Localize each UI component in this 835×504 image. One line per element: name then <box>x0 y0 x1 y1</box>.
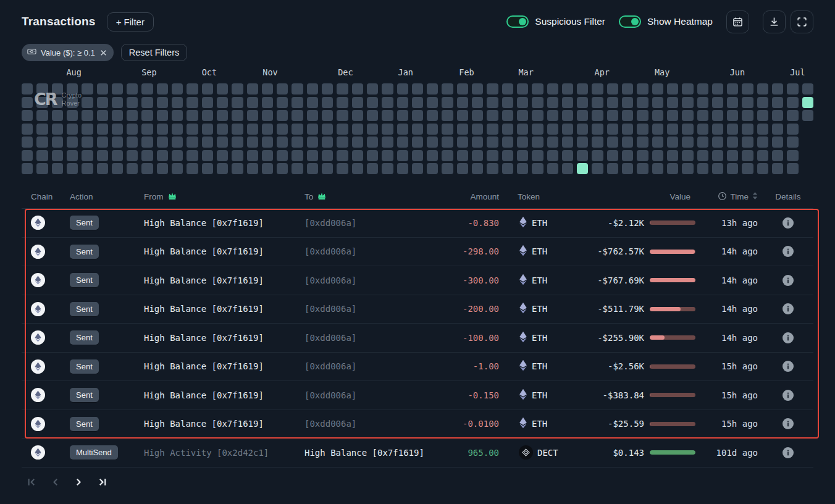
heatmap-cell[interactable] <box>697 83 708 94</box>
heatmap-cell[interactable] <box>36 163 48 174</box>
heatmap-cell[interactable] <box>397 110 408 121</box>
download-button[interactable] <box>763 10 786 33</box>
next-page-button[interactable] <box>72 476 85 489</box>
heatmap-cell[interactable] <box>157 110 168 121</box>
heatmap-cell[interactable] <box>442 150 453 161</box>
heatmap-cell[interactable] <box>217 124 228 135</box>
cell-to[interactable]: [0xdd006a] <box>300 275 429 285</box>
heatmap-cell[interactable] <box>307 110 318 121</box>
heatmap-cell[interactable] <box>412 150 423 161</box>
heatmap-cell[interactable] <box>742 83 753 94</box>
heatmap-cell[interactable] <box>82 150 93 161</box>
heatmap-cell[interactable] <box>682 136 693 148</box>
heatmap-cell[interactable] <box>97 124 108 135</box>
heatmap-cell[interactable] <box>427 97 438 108</box>
heatmap-cell[interactable] <box>67 163 78 174</box>
heatmap-cell[interactable] <box>52 110 63 121</box>
heatmap-cell[interactable] <box>562 124 573 135</box>
cell-from[interactable]: High Activity [0x2d42c1] <box>139 448 300 458</box>
heatmap-cell[interactable] <box>457 110 468 121</box>
heatmap-cell[interactable] <box>22 83 33 94</box>
heatmap-cell[interactable] <box>547 136 558 148</box>
heatmap-cell[interactable] <box>442 163 453 174</box>
heatmap-cell[interactable] <box>322 83 333 94</box>
heatmap-cell[interactable] <box>427 136 438 148</box>
details-info-icon[interactable] <box>783 361 794 372</box>
heatmap-cell[interactable] <box>577 110 588 121</box>
show-heatmap-toggle[interactable]: Show Heatmap <box>619 15 713 28</box>
heatmap-cell[interactable] <box>652 110 663 121</box>
heatmap-cell[interactable] <box>67 150 78 161</box>
heatmap-cell[interactable] <box>36 97 48 108</box>
heatmap-cell[interactable] <box>67 83 78 94</box>
heatmap-cell[interactable] <box>742 150 753 161</box>
heatmap-cell[interactable] <box>802 110 813 121</box>
heatmap-cell[interactable] <box>502 110 513 121</box>
heatmap-cell[interactable] <box>232 163 243 174</box>
heatmap-cell[interactable] <box>787 163 798 174</box>
heatmap-cell[interactable] <box>322 124 333 135</box>
heatmap-cell[interactable] <box>727 110 738 121</box>
heatmap-cell[interactable] <box>262 136 273 148</box>
heatmap-cell[interactable] <box>562 97 573 108</box>
details-info-icon[interactable] <box>783 275 794 286</box>
heatmap-cell[interactable] <box>502 136 513 148</box>
heatmap-cell[interactable] <box>562 110 573 121</box>
cell-from[interactable]: High Balance [0x7f1619] <box>139 333 300 343</box>
heatmap-cell[interactable] <box>67 136 78 148</box>
table-row[interactable]: SentHigh Balance [0x7f1619][0xdd006a]-20… <box>22 295 813 324</box>
heatmap-cell[interactable] <box>157 83 168 94</box>
heatmap-cell[interactable] <box>787 124 798 135</box>
heatmap-cell[interactable] <box>592 163 603 174</box>
heatmap-cell[interactable] <box>442 124 453 135</box>
previous-page-button[interactable] <box>49 476 62 489</box>
heatmap-cell[interactable] <box>787 110 798 121</box>
heatmap-cell[interactable] <box>247 163 258 174</box>
heatmap-cell[interactable] <box>337 110 348 121</box>
ethereum-chain-icon[interactable] <box>31 273 45 287</box>
heatmap-cell[interactable] <box>517 136 528 148</box>
header-amount[interactable]: Amount <box>429 192 504 201</box>
heatmap-cell[interactable] <box>22 124 33 135</box>
heatmap-cell[interactable] <box>337 124 348 135</box>
heatmap-cell[interactable] <box>622 150 633 161</box>
heatmap-cell[interactable] <box>637 110 648 121</box>
heatmap-cell[interactable] <box>712 110 723 121</box>
heatmap-cell-active[interactable] <box>577 163 588 174</box>
heatmap-cell[interactable] <box>112 163 123 174</box>
add-filter-button[interactable]: + Filter <box>107 12 154 32</box>
heatmap-cell[interactable] <box>742 97 753 108</box>
heatmap-cell[interactable] <box>322 136 333 148</box>
heatmap-cell[interactable] <box>487 110 498 121</box>
heatmap-cell[interactable] <box>622 136 633 148</box>
heatmap-cell[interactable] <box>307 150 318 161</box>
heatmap-cell[interactable] <box>307 136 318 148</box>
heatmap-cell[interactable] <box>262 124 273 135</box>
heatmap-cell[interactable] <box>367 124 378 135</box>
heatmap-cell[interactable] <box>36 136 48 148</box>
heatmap-cell[interactable] <box>607 163 618 174</box>
remove-filter-icon[interactable] <box>99 49 107 57</box>
heatmap-cell[interactable] <box>172 163 183 174</box>
heatmap-cell[interactable] <box>217 83 228 94</box>
cell-to[interactable]: [0xdd006a] <box>300 361 429 371</box>
heatmap-cell[interactable] <box>127 163 138 174</box>
heatmap-cell[interactable] <box>517 163 528 174</box>
cell-to[interactable]: [0xdd006a] <box>300 419 429 429</box>
heatmap-cell[interactable] <box>202 150 213 161</box>
heatmap-cell[interactable] <box>517 97 528 108</box>
heatmap-cell[interactable] <box>757 124 768 135</box>
heatmap-cell[interactable] <box>532 110 543 121</box>
heatmap-cell[interactable] <box>562 150 573 161</box>
heatmap-cell[interactable] <box>141 136 153 148</box>
heatmap-cell[interactable] <box>322 97 333 108</box>
heatmap-cell[interactable] <box>727 150 738 161</box>
heatmap-cell[interactable] <box>487 136 498 148</box>
heatmap-cell[interactable] <box>247 136 258 148</box>
heatmap-cell[interactable] <box>397 136 408 148</box>
heatmap-cell[interactable] <box>427 163 438 174</box>
heatmap-cell[interactable] <box>712 97 723 108</box>
heatmap-cell[interactable] <box>697 136 708 148</box>
heatmap-cell[interactable] <box>52 124 63 135</box>
ethereum-chain-icon[interactable] <box>31 445 45 460</box>
